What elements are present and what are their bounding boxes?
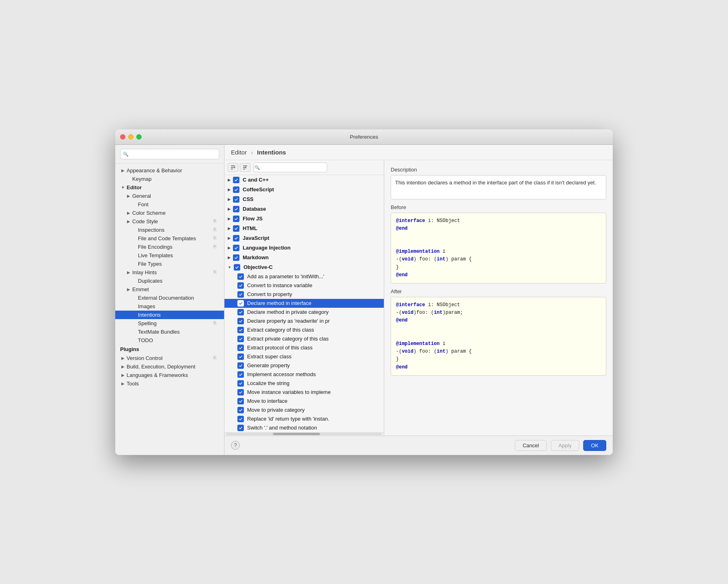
sidebar-item-inspections[interactable]: Inspections ⎘	[115, 226, 224, 234]
group-c-cpp[interactable]: ▶ C and C++	[224, 175, 384, 185]
intention-item-extract-private-cat[interactable]: Extract private category of this clas	[224, 334, 384, 343]
intention-item-convert-property[interactable]: Convert to property	[224, 290, 384, 299]
sidebar-item-editor[interactable]: ▼ Editor	[115, 183, 224, 192]
sidebar-item-file-types[interactable]: File Types	[115, 260, 224, 268]
group-label: HTML	[243, 225, 257, 231]
item-checkbox[interactable]	[237, 273, 244, 280]
intention-item-generate-property[interactable]: Generate property	[224, 361, 384, 370]
group-css[interactable]: ▶ CSS	[224, 195, 384, 204]
intention-item-declare-private[interactable]: Declare method in private category	[224, 308, 384, 317]
group-checkbox-objective-c[interactable]	[234, 264, 240, 271]
item-checkbox[interactable]	[237, 345, 244, 351]
cancel-button[interactable]: Cancel	[515, 440, 546, 451]
intentions-search-input[interactable]	[254, 163, 327, 172]
apply-button[interactable]: Apply	[551, 440, 580, 451]
item-checkbox[interactable]	[237, 398, 244, 404]
intention-item-extract-protocol[interactable]: Extract protocol of this class	[224, 343, 384, 352]
intention-item-move-instance[interactable]: Move instance variables to impleme	[224, 388, 384, 397]
group-language-injection[interactable]: ▶ Language Injection	[224, 243, 384, 253]
sidebar-item-tools[interactable]: ▶ Tools	[115, 379, 224, 388]
item-checkbox[interactable]	[237, 282, 244, 289]
sidebar-item-file-encodings[interactable]: File Encodings ⎘	[115, 243, 224, 251]
sidebar-item-languages[interactable]: ▶ Languages & Frameworks	[115, 371, 224, 379]
sidebar-item-intentions[interactable]: Intentions	[115, 311, 224, 319]
sidebar-item-appearance[interactable]: ▶ Appearance & Behavior	[115, 166, 224, 175]
group-checkbox-coffeescript[interactable]	[233, 186, 239, 193]
sidebar-item-spelling[interactable]: Spelling ⎘	[115, 319, 224, 328]
intention-item-replace-id[interactable]: Replace 'id' return type with 'instan.	[224, 415, 384, 423]
intention-item-move-private[interactable]: Move to private category	[224, 406, 384, 415]
maximize-button[interactable]	[136, 134, 142, 140]
sidebar-item-build[interactable]: ▶ Build, Execution, Deployment	[115, 362, 224, 371]
intention-item-declare-interface[interactable]: Declare method in interface	[224, 299, 384, 308]
item-checkbox[interactable]	[237, 362, 244, 369]
intention-item-extract-category[interactable]: Extract category of this class	[224, 326, 384, 334]
sidebar-item-textmate[interactable]: TextMate Bundles	[115, 328, 224, 336]
search-wrap: 🔍	[252, 163, 381, 172]
item-checkbox[interactable]	[237, 309, 244, 315]
sidebar-item-code-style[interactable]: ▶ Code Style ⎘	[115, 217, 224, 226]
intention-item-switch-dot[interactable]: Switch '.' and method notation	[224, 423, 384, 432]
item-checkbox[interactable]	[237, 407, 244, 413]
item-checkbox[interactable]	[237, 327, 244, 333]
sidebar-item-version-control[interactable]: ▶ Version Control ⎘	[115, 354, 224, 362]
minimize-button[interactable]	[128, 134, 133, 140]
item-checkbox[interactable]	[237, 425, 244, 431]
group-javascript[interactable]: ▶ JavaScript	[224, 233, 384, 243]
intention-item-localize[interactable]: Localize the string	[224, 379, 384, 388]
item-checkbox[interactable]	[237, 380, 244, 387]
intention-item-convert-instance[interactable]: Convert to instance variable	[224, 281, 384, 290]
group-database[interactable]: ▶ Database	[224, 204, 384, 214]
sidebar-item-general[interactable]: ▶ General	[115, 192, 224, 200]
horizontal-scrollbar[interactable]	[224, 432, 384, 436]
sidebar-item-inlay-hints[interactable]: ▶ Inlay Hints ⎘	[115, 268, 224, 277]
sidebar-item-emmet[interactable]: ▶ Emmet	[115, 285, 224, 294]
intention-item-declare-readwrite[interactable]: Declare property as 'readwrite' in pr	[224, 317, 384, 326]
sidebar-item-font[interactable]: Font	[115, 200, 224, 209]
intention-item-extract-super[interactable]: Extract super class	[224, 352, 384, 361]
group-checkbox-flowjs[interactable]	[233, 216, 239, 222]
sidebar-search-input[interactable]	[120, 149, 219, 159]
sidebar-item-images[interactable]: Images	[115, 302, 224, 311]
group-checkbox-html[interactable]	[233, 225, 239, 232]
toolbar-search-icon: 🔍	[254, 165, 260, 170]
group-coffeescript[interactable]: ▶ CoffeeScript	[224, 185, 384, 195]
group-checkbox-markdown[interactable]	[233, 254, 239, 261]
sidebar-item-keymap[interactable]: Keymap	[115, 175, 224, 183]
code-keyword: @interface	[396, 302, 425, 308]
help-button[interactable]: ?	[231, 441, 240, 450]
item-checkbox[interactable]	[237, 353, 244, 360]
group-html[interactable]: ▶ HTML	[224, 224, 384, 233]
group-checkbox-css[interactable]	[233, 196, 239, 203]
sidebar-item-todo[interactable]: TODO	[115, 336, 224, 345]
description-box: This intention declares a method in the …	[391, 175, 606, 199]
group-flowjs[interactable]: ▶ Flow JS	[224, 214, 384, 224]
sidebar-item-duplicates[interactable]: Duplicates	[115, 277, 224, 285]
group-checkbox-language-injection[interactable]	[233, 245, 239, 251]
sidebar-item-external-doc[interactable]: External Documentation	[115, 294, 224, 302]
item-checkbox[interactable]	[237, 371, 244, 378]
item-checkbox[interactable]	[237, 416, 244, 422]
intention-item-implement-accessor[interactable]: Implement accessor methods	[224, 370, 384, 379]
sidebar-item-file-code-templates[interactable]: File and Code Templates ⎘	[115, 234, 224, 243]
sidebar-item-live-templates[interactable]: Live Templates	[115, 251, 224, 260]
sidebar-item-color-scheme[interactable]: ▶ Color Scheme	[115, 209, 224, 217]
item-checkbox[interactable]	[237, 291, 244, 298]
group-objective-c[interactable]: ▼ Objective-C	[224, 262, 384, 272]
intention-item-move-interface[interactable]: Move to interface	[224, 397, 384, 406]
group-checkbox-database[interactable]	[233, 206, 239, 212]
group-checkbox-javascript[interactable]	[233, 235, 239, 241]
ok-button[interactable]: OK	[583, 440, 606, 451]
intention-item-add-param[interactable]: Add as a parameter to 'initWith...'	[224, 272, 384, 281]
item-checkbox[interactable]	[237, 389, 244, 396]
sidebar-item-plugins[interactable]: Plugins	[115, 345, 224, 354]
group-markdown[interactable]: ▶ Markdown	[224, 253, 384, 262]
sort-btn-1[interactable]	[228, 163, 238, 172]
item-checkbox[interactable]	[237, 336, 244, 342]
close-button[interactable]	[120, 134, 125, 140]
item-checkbox[interactable]	[237, 300, 244, 307]
sidebar-item-label: Spelling	[138, 320, 214, 326]
sort-btn-2[interactable]	[240, 163, 250, 172]
item-checkbox[interactable]	[237, 318, 244, 324]
group-checkbox-c-cpp[interactable]	[233, 177, 239, 183]
